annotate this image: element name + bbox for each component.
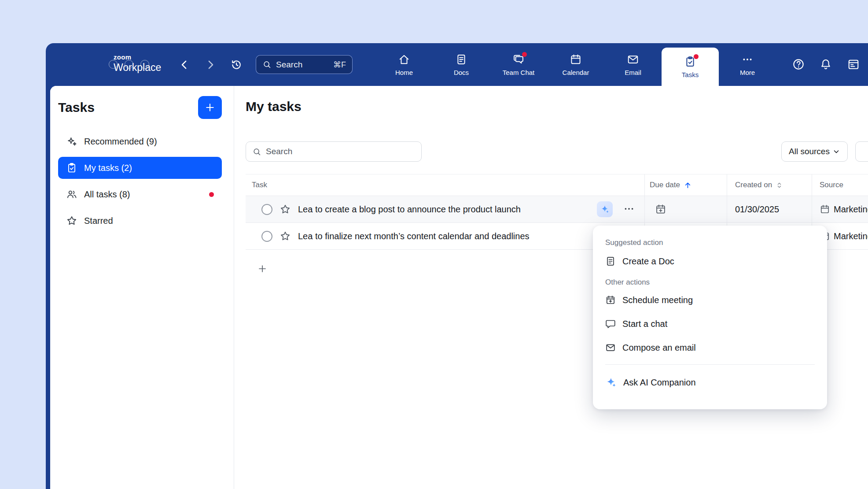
add-task-button[interactable] — [257, 262, 270, 275]
calendar-icon — [570, 53, 582, 66]
menu-item-label: Start a chat — [622, 319, 667, 329]
nav-email-label: Email — [625, 69, 641, 76]
star-icon[interactable] — [280, 204, 291, 215]
column-header-task[interactable]: Task — [246, 174, 644, 196]
column-header-due-date[interactable]: Due date — [644, 174, 727, 196]
sidebar-item-label: Starred — [84, 216, 113, 226]
nav-tasks-label: Tasks — [682, 71, 699, 78]
ai-companion-button[interactable] — [597, 201, 613, 217]
sidebar-item-recommended[interactable]: Recommended (9) — [58, 130, 222, 152]
chevron-left-icon — [178, 58, 191, 71]
chat-bubble-icon — [605, 319, 616, 329]
clipboard-check-icon — [66, 162, 77, 174]
source-icon — [820, 204, 830, 215]
plus-icon — [257, 263, 268, 274]
sidebar-item-starred[interactable]: Starred — [58, 210, 222, 232]
history-icon — [230, 58, 243, 71]
menu-item-schedule-meeting[interactable]: Schedule meeting — [605, 288, 815, 312]
nav-docs[interactable]: Docs — [433, 43, 490, 86]
doc-icon — [605, 256, 616, 267]
top-navigation: Home Docs Team Chat Calendar — [375, 43, 776, 86]
back-button[interactable] — [178, 58, 192, 72]
sort-ascending-icon — [684, 181, 692, 189]
plus-icon — [204, 102, 216, 113]
created-date: 01/30/2025 — [735, 204, 779, 215]
column-header-created-on[interactable]: Created on — [727, 174, 812, 196]
source-cell: Marketing — [812, 196, 868, 222]
forward-button[interactable] — [204, 58, 218, 72]
suggested-actions-menu: Suggested action Create a Doc Other acti… — [593, 226, 827, 409]
column-label: Due date — [650, 181, 680, 189]
tasks-badge — [694, 54, 699, 59]
nav-calendar-label: Calendar — [563, 69, 589, 76]
new-task-button[interactable] — [198, 96, 222, 119]
task-checkbox[interactable] — [261, 231, 272, 242]
source-name: Marketing — [834, 231, 868, 241]
sources-filter[interactable]: All sources — [781, 141, 848, 162]
help-button[interactable] — [792, 58, 805, 71]
task-title: Lea to finalize next month’s content cal… — [298, 231, 530, 241]
nav-tasks[interactable]: Tasks — [662, 48, 719, 86]
sidebar-item-my-tasks[interactable]: My tasks (2) — [58, 157, 222, 179]
task-checkbox[interactable] — [261, 204, 272, 215]
nav-more[interactable]: More — [719, 43, 776, 86]
menu-item-label: Compose an email — [622, 343, 696, 353]
menu-divider — [605, 364, 815, 365]
email-icon — [627, 53, 639, 66]
titlebar: zoom Workplace Search ⌘F Home — [46, 43, 868, 86]
menu-section-label: Suggested action — [605, 237, 815, 248]
partial-button[interactable] — [855, 141, 868, 162]
sidebar-item-label: My tasks (2) — [84, 163, 132, 173]
more-icon — [741, 53, 754, 66]
column-header-source[interactable]: Source — [812, 174, 868, 196]
nav-home-label: Home — [395, 69, 413, 76]
app-logo: zoom Workplace — [114, 54, 161, 73]
sidebar-item-label: Recommended (9) — [84, 137, 157, 147]
logo-zoom: zoom — [114, 54, 161, 60]
task-search — [246, 141, 422, 162]
nav-team-chat[interactable]: Team Chat — [490, 43, 547, 86]
source-name: Marketing — [834, 204, 868, 215]
sidebar-title: Tasks — [58, 100, 95, 115]
tasks-sidebar: Tasks Recommended (9) My tasks (2) — [50, 86, 234, 489]
sparkles-icon — [66, 136, 77, 147]
team-chat-badge — [522, 52, 527, 57]
sort-both-icon — [776, 182, 783, 189]
calendar-panel-button[interactable] — [847, 58, 860, 71]
menu-item-ask-ai-companion[interactable]: Ask AI Companion — [605, 370, 815, 395]
help-icon — [792, 58, 805, 71]
menu-section-label: Other actions — [605, 277, 815, 288]
history-button[interactable] — [230, 58, 244, 72]
nav-home[interactable]: Home — [375, 43, 433, 86]
ai-sparkle-icon — [600, 204, 610, 214]
task-title: Lea to create a blog post to announce th… — [298, 204, 521, 215]
global-search[interactable]: Search ⌘F — [256, 55, 353, 74]
task-row[interactable]: Lea to create a blog post to announce th… — [246, 196, 868, 223]
column-label: Source — [820, 181, 843, 189]
column-label: Task — [252, 181, 267, 189]
menu-item-start-chat[interactable]: Start a chat — [605, 312, 815, 336]
calendar-panel-icon — [847, 58, 860, 71]
global-search-label: Search — [276, 60, 302, 70]
people-icon — [66, 189, 77, 200]
sidebar-item-all-tasks[interactable]: All tasks (8) — [58, 183, 222, 205]
menu-item-compose-email[interactable]: Compose an email — [605, 336, 815, 359]
nav-email[interactable]: Email — [604, 43, 662, 86]
nav-more-label: More — [740, 69, 755, 76]
row-more-button[interactable] — [622, 203, 636, 216]
home-icon — [398, 53, 410, 66]
search-icon — [262, 60, 272, 69]
chevron-right-icon — [204, 58, 217, 71]
table-header: Task Due date Created on Source — [246, 174, 868, 196]
calendar-plus-icon — [605, 295, 616, 305]
all-tasks-badge — [209, 192, 214, 197]
nav-calendar[interactable]: Calendar — [547, 43, 604, 86]
menu-item-label: Ask AI Companion — [623, 378, 696, 388]
task-search-input[interactable] — [266, 147, 415, 156]
star-icon[interactable] — [280, 230, 291, 242]
nav-team-chat-label: Team Chat — [503, 69, 535, 76]
due-date-cell[interactable] — [644, 196, 727, 222]
menu-item-create-doc[interactable]: Create a Doc — [605, 249, 815, 273]
notifications-button[interactable] — [819, 58, 832, 71]
sources-filter-label: All sources — [789, 147, 830, 156]
